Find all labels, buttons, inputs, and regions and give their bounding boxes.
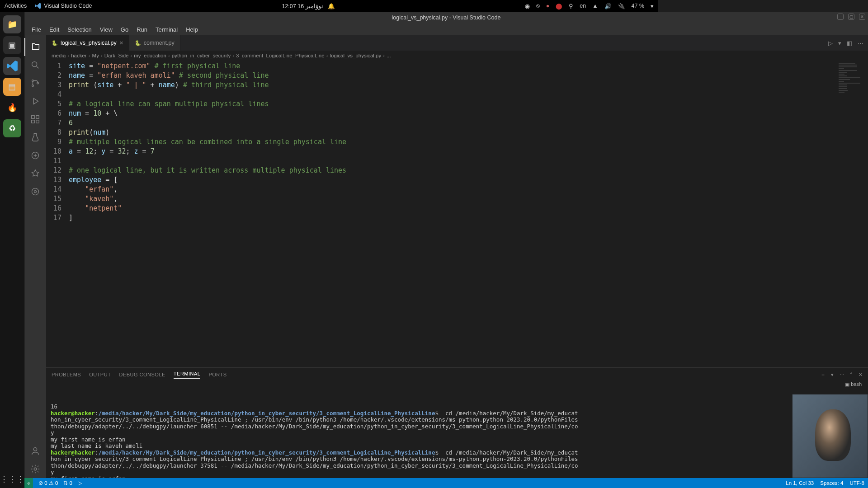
breadcrumb-segment[interactable]: ... xyxy=(387,53,391,58)
tab-label: comment.py xyxy=(144,40,175,46)
menu-terminal[interactable]: Terminal xyxy=(152,25,181,34)
breadcrumb-segment[interactable]: hacker xyxy=(71,53,87,58)
code-line[interactable]: # one logical line, but it is written ac… xyxy=(69,166,658,175)
power-icon[interactable]: 🔌 xyxy=(618,3,625,9)
search-icon[interactable] xyxy=(24,56,46,74)
code-line[interactable]: print(num) xyxy=(69,128,658,137)
source-control-icon[interactable] xyxy=(24,74,46,92)
code-line[interactable]: 6 xyxy=(69,118,658,128)
menu-edit[interactable]: Edit xyxy=(46,25,63,34)
tab-comment-py[interactable]: 🐍comment.py xyxy=(129,35,180,51)
code-line[interactable]: name = "erfan kaveh amoli" # second phys… xyxy=(69,71,658,80)
code-line[interactable]: ] xyxy=(69,213,658,223)
extra-icon-2[interactable] xyxy=(24,164,46,183)
code-line[interactable]: num = 10 + \ xyxy=(69,109,658,118)
bottom-panel: PROBLEMSOUTPUTDEBUG CONSOLETERMINALPORTS… xyxy=(46,367,658,369)
breadcrumb-segment[interactable]: media xyxy=(52,53,66,58)
code-line[interactable]: site = "netpent.com" # first physical li… xyxy=(69,61,658,71)
extra-icon-3[interactable] xyxy=(24,183,46,201)
vscode-window: logical_vs_physical.py - Visual Studio C… xyxy=(24,12,658,369)
extra-icon-1[interactable] xyxy=(24,146,46,164)
svg-rect-6 xyxy=(32,120,34,123)
volume-icon[interactable]: 🔊 xyxy=(604,3,612,9)
dock-terminal-icon[interactable]: ▣ xyxy=(3,36,21,54)
python-file-icon: 🐍 xyxy=(135,40,141,46)
editor-area[interactable]: 1234567891011121314151617 site = "netpen… xyxy=(46,61,658,367)
code-line[interactable]: employee = [ xyxy=(69,175,658,185)
svg-point-2 xyxy=(32,85,34,87)
code-line[interactable]: "erfan", xyxy=(69,185,658,194)
tab-close-icon[interactable]: ✕ xyxy=(119,40,123,46)
code-line[interactable]: a = 12; y = 32; z = 7 xyxy=(69,147,658,156)
svg-point-1 xyxy=(32,80,34,82)
notification-icon[interactable]: 🔔 xyxy=(328,3,335,9)
accessibility-icon[interactable]: ⚲ xyxy=(569,3,573,9)
system-menu-icon[interactable]: ▾ xyxy=(651,3,654,9)
window-title: logical_vs_physical.py - Visual Studio C… xyxy=(392,14,501,21)
svg-rect-4 xyxy=(32,116,34,118)
code-line[interactable]: # a logical line can span multiple physi… xyxy=(69,99,658,109)
code-line[interactable] xyxy=(69,90,658,99)
breadcrumb-segment[interactable]: python_in_cyber_security xyxy=(172,53,231,58)
tray-icon-3[interactable]: ● xyxy=(546,3,550,9)
svg-rect-5 xyxy=(36,116,39,118)
menu-bar: FileEditSelectionViewGoRunTerminalHelp xyxy=(24,23,658,35)
code-line[interactable] xyxy=(69,156,658,166)
code-line[interactable]: "kaveh", xyxy=(69,194,658,204)
dock-vscode-icon[interactable] xyxy=(3,57,21,75)
tray-icon-1[interactable]: ◉ xyxy=(525,3,530,9)
gnome-top-bar: Activities Visual Studio Code نوۋامبر 16… xyxy=(0,0,658,12)
breadcrumb-segment[interactable]: Dark_Side xyxy=(104,53,129,58)
explorer-icon[interactable] xyxy=(24,38,46,56)
extensions-icon[interactable] xyxy=(24,110,46,128)
active-app-indicator[interactable]: Visual Studio Code xyxy=(35,3,92,9)
code-line[interactable]: print (site + " | " + name) # third phys… xyxy=(69,80,658,90)
battery-label[interactable]: 47 % xyxy=(632,3,645,9)
menu-view[interactable]: View xyxy=(96,25,116,34)
line-gutter: 1234567891011121314151617 xyxy=(46,61,69,367)
menu-help[interactable]: Help xyxy=(182,25,202,34)
vscode-icon xyxy=(35,3,41,9)
dock-libreoffice-icon[interactable]: ▤ xyxy=(3,78,21,96)
dock-files-icon[interactable]: 📁 xyxy=(3,15,21,33)
breadcrumb-segment[interactable]: logical_vs_physical.py xyxy=(330,53,381,58)
breadcrumb-segment[interactable]: My xyxy=(92,53,99,58)
svg-point-3 xyxy=(37,82,39,84)
dock-firefox-icon[interactable]: 🔥 xyxy=(3,99,21,117)
code-line[interactable]: "netpent" xyxy=(69,204,658,213)
breadcrumb-segment[interactable]: 3_comment_LogicalLine_PhysicalLine xyxy=(236,53,325,58)
breadcrumb[interactable]: media›hacker›My›Dark_Side›my_education›p… xyxy=(46,51,658,61)
dock-recycle-icon[interactable]: ♻ xyxy=(3,119,21,137)
panel-tab-bar: PROBLEMSOUTPUTDEBUG CONSOLETERMINALPORTS… xyxy=(46,368,658,369)
svg-point-0 xyxy=(32,62,37,67)
input-language[interactable]: en xyxy=(580,3,586,9)
wifi-icon[interactable]: ▲ xyxy=(592,3,598,9)
code-content[interactable]: site = "netpent.com" # first physical li… xyxy=(69,61,658,367)
clock-label[interactable]: نوۋامبر 16 12:07 xyxy=(282,3,323,9)
menu-selection[interactable]: Selection xyxy=(64,25,95,34)
editor-tab-bar: 🐍logical_vs_physical.py✕🐍comment.py ▷ ▾ … xyxy=(46,35,658,51)
window-titlebar: logical_vs_physical.py - Visual Studio C… xyxy=(24,12,658,23)
svg-point-9 xyxy=(34,191,37,193)
tab-logical_vs_physical-py[interactable]: 🐍logical_vs_physical.py✕ xyxy=(46,35,129,51)
svg-point-10 xyxy=(32,188,39,195)
breadcrumb-segment[interactable]: my_education xyxy=(134,53,166,58)
tab-label: logical_vs_physical.py xyxy=(61,40,117,46)
ubuntu-dock: 📁 ▣ ▤ 🔥 ♻ ⋮⋮⋮ xyxy=(0,12,24,369)
active-app-label: Visual Studio Code xyxy=(44,3,92,9)
tray-icon-2[interactable]: ⎋ xyxy=(536,3,540,9)
python-file-icon: 🐍 xyxy=(52,40,58,46)
code-line[interactable]: # multiple logical lines can be combined… xyxy=(69,137,658,147)
menu-file[interactable]: File xyxy=(28,25,45,34)
tray-icon-4[interactable]: ⬤ xyxy=(556,3,562,9)
activities-button[interactable]: Activities xyxy=(5,3,27,9)
svg-rect-7 xyxy=(36,120,39,123)
testing-icon[interactable] xyxy=(24,128,46,146)
debug-icon[interactable] xyxy=(24,92,46,110)
activity-bar xyxy=(24,35,46,369)
menu-run[interactable]: Run xyxy=(133,25,151,34)
menu-go[interactable]: Go xyxy=(117,25,132,34)
